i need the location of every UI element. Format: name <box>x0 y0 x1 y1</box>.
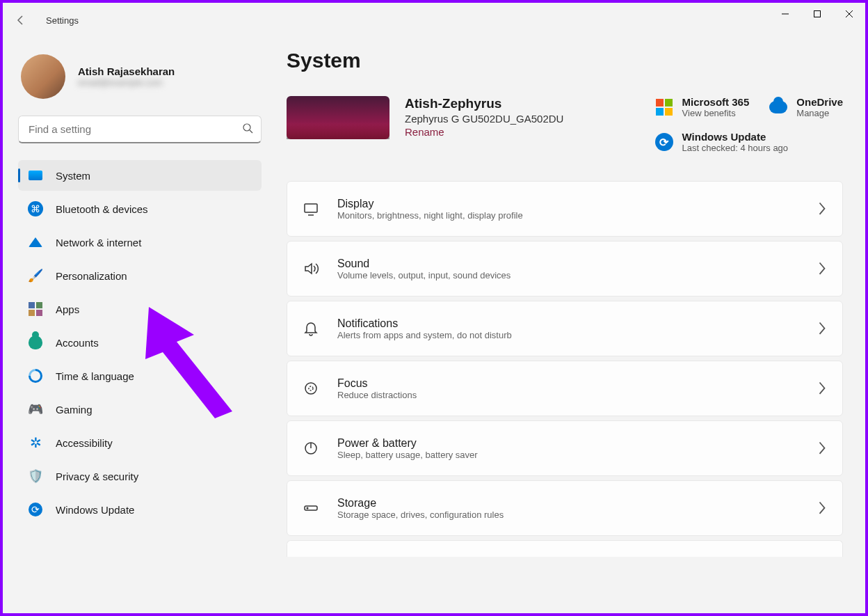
onedrive-icon <box>769 97 788 117</box>
bell-icon <box>303 320 319 337</box>
card-focus[interactable]: Focus Reduce distractions <box>287 361 843 416</box>
clock-globe-icon <box>28 368 43 384</box>
nav-label: Time & language <box>56 370 134 382</box>
sidebar-item-system[interactable]: System <box>18 160 262 191</box>
chevron-right-icon <box>817 440 827 456</box>
nav-label: Windows Update <box>56 504 134 516</box>
minimize-button[interactable] <box>769 3 801 25</box>
sidebar-item-privacy[interactable]: 🛡️ Privacy & security <box>18 461 262 491</box>
svg-rect-1 <box>814 11 821 17</box>
card-subtitle: Monitors, brightness, night light, displ… <box>337 210 817 221</box>
card-subtitle: Alerts from apps and system, do not dist… <box>337 330 817 340</box>
accessibility-icon: ✲ <box>28 435 43 450</box>
svg-line-5 <box>250 130 252 133</box>
card-display[interactable]: Display Monitors, brightness, night ligh… <box>287 181 843 237</box>
microsoft-logo-icon <box>654 97 674 117</box>
search-input[interactable] <box>18 116 262 143</box>
nav-label: Bluetooth & devices <box>56 203 148 215</box>
settings-card-list: Display Monitors, brightness, night ligh… <box>287 181 843 557</box>
chevron-right-icon <box>817 260 827 276</box>
status-subtitle: Manage <box>796 108 843 118</box>
profile-email: email@example.com <box>78 77 175 88</box>
titlebar: Settings <box>3 3 865 38</box>
nav-label: Gaming <box>56 404 93 416</box>
profile-block[interactable]: Atish Rajasekharan email@example.com <box>21 54 262 99</box>
card-title: Display <box>337 198 817 210</box>
card-subtitle: Sleep, battery usage, battery saver <box>337 450 817 460</box>
nav-label: Network & internet <box>56 237 141 248</box>
monitor-icon <box>303 200 319 217</box>
nav-label: Apps <box>56 303 79 315</box>
sidebar: Atish Rajasekharan email@example.com Sys… <box>18 54 262 528</box>
card-title: Notifications <box>337 317 817 330</box>
search-field[interactable] <box>18 116 262 143</box>
focus-icon <box>303 380 319 397</box>
status-title: Windows Update <box>682 131 789 143</box>
card-partial[interactable] <box>287 540 843 557</box>
nav-label: System <box>56 170 90 182</box>
status-subtitle: Last checked: 4 hours ago <box>682 143 789 153</box>
svg-rect-6 <box>305 204 317 212</box>
search-icon <box>242 123 253 136</box>
shield-icon: 🛡️ <box>28 468 43 484</box>
pc-model: Zephyrus G GU502DU_GA502DU <box>405 113 563 125</box>
paintbrush-icon: 🖌️ <box>28 268 43 283</box>
card-power[interactable]: Power & battery Sleep, battery usage, ba… <box>287 420 843 476</box>
status-microsoft-365[interactable]: Microsoft 365 View benefits <box>654 96 750 118</box>
sidebar-item-personalization[interactable]: 🖌️ Personalization <box>18 260 262 291</box>
system-header-row: Atish-Zephyrus Zephyrus G GU502DU_GA502D… <box>287 96 843 153</box>
card-sound[interactable]: Sound Volume levels, output, input, soun… <box>287 241 843 297</box>
nav-list: System ⌘ Bluetooth & devices Network & i… <box>18 160 262 525</box>
desktop-thumbnail[interactable] <box>287 96 389 139</box>
pc-name: Atish-Zephyrus <box>405 96 563 111</box>
avatar <box>21 54 65 99</box>
profile-name: Atish Rajasekharan <box>78 65 175 77</box>
card-title: Sound <box>337 258 817 270</box>
power-icon <box>303 440 319 457</box>
nav-label: Accounts <box>56 337 99 349</box>
nav-label: Privacy & security <box>56 471 138 482</box>
rename-link[interactable]: Rename <box>405 126 563 138</box>
sidebar-item-apps[interactable]: Apps <box>18 294 262 324</box>
card-subtitle: Storage space, drives, configuration rul… <box>337 510 817 520</box>
card-subtitle: Volume levels, output, input, sound devi… <box>337 270 817 281</box>
sidebar-item-bluetooth[interactable]: ⌘ Bluetooth & devices <box>18 194 262 224</box>
chevron-right-icon <box>817 380 827 396</box>
bluetooth-icon: ⌘ <box>28 201 43 216</box>
back-button[interactable] <box>7 6 35 34</box>
gamepad-icon: 🎮 <box>28 402 43 417</box>
svg-point-8 <box>305 383 316 394</box>
close-button[interactable] <box>833 3 865 25</box>
maximize-button[interactable] <box>801 3 833 25</box>
update-icon: ⟳ <box>28 502 43 517</box>
card-notifications[interactable]: Notifications Alerts from apps and syste… <box>287 301 843 356</box>
sidebar-item-windowsupdate[interactable]: ⟳ Windows Update <box>18 494 262 525</box>
status-subtitle: View benefits <box>682 108 750 118</box>
sidebar-item-accessibility[interactable]: ✲ Accessibility <box>18 427 262 458</box>
svg-point-9 <box>309 386 313 390</box>
card-title: Power & battery <box>337 437 817 450</box>
card-subtitle: Reduce distractions <box>337 390 817 400</box>
wifi-icon <box>28 235 43 250</box>
storage-icon <box>303 500 319 516</box>
page-title: System <box>287 49 843 72</box>
sidebar-item-network[interactable]: Network & internet <box>18 227 262 258</box>
sidebar-item-accounts[interactable]: Accounts <box>18 327 262 358</box>
sidebar-item-gaming[interactable]: 🎮 Gaming <box>18 394 262 425</box>
status-title: Microsoft 365 <box>682 96 750 108</box>
chevron-right-icon <box>817 500 827 516</box>
status-windows-update[interactable]: ⟳ Windows Update Last checked: 4 hours a… <box>654 131 843 153</box>
card-title: Storage <box>337 497 817 510</box>
person-icon <box>28 335 43 350</box>
app-title: Settings <box>46 15 79 26</box>
chevron-right-icon <box>817 320 827 336</box>
system-icon <box>28 168 43 183</box>
status-onedrive[interactable]: OneDrive Manage <box>769 96 843 118</box>
nav-label: Accessibility <box>56 437 113 449</box>
status-title: OneDrive <box>796 96 843 108</box>
speaker-icon <box>303 260 319 277</box>
chevron-right-icon <box>817 200 827 216</box>
card-storage[interactable]: Storage Storage space, drives, configura… <box>287 480 843 536</box>
svg-point-4 <box>243 124 250 131</box>
sidebar-item-time[interactable]: Time & language <box>18 361 262 391</box>
